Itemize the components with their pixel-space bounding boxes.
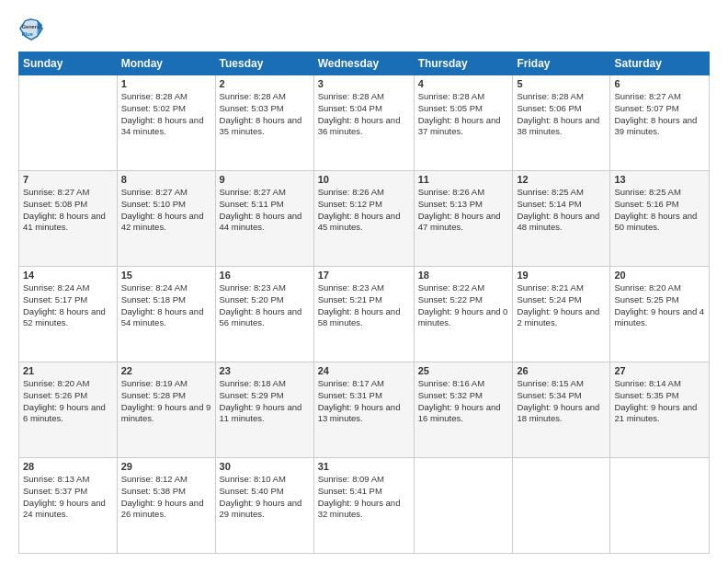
- day-info: Sunrise: 8:21 AM Sunset: 5:24 PM Dayligh…: [517, 282, 606, 329]
- day-number: 24: [318, 365, 410, 376]
- day-info: Sunrise: 8:14 AM Sunset: 5:35 PM Dayligh…: [614, 378, 705, 425]
- calendar-cell: [19, 75, 118, 171]
- day-info: Sunrise: 8:25 AM Sunset: 5:16 PM Dayligh…: [614, 187, 705, 234]
- day-number: 30: [220, 461, 310, 472]
- day-number: 5: [517, 78, 606, 89]
- day-number: 4: [418, 78, 509, 89]
- calendar-cell: 11Sunrise: 8:26 AM Sunset: 5:13 PM Dayli…: [414, 171, 513, 267]
- day-number: 28: [23, 461, 113, 472]
- day-number: 29: [121, 461, 211, 472]
- day-number: 10: [318, 174, 410, 185]
- calendar-cell: 6Sunrise: 8:27 AM Sunset: 5:07 PM Daylig…: [610, 75, 710, 171]
- week-row-4: 21Sunrise: 8:20 AM Sunset: 5:26 PM Dayli…: [19, 362, 710, 458]
- weekday-header-wednesday: Wednesday: [313, 52, 414, 75]
- calendar-cell: [414, 458, 513, 554]
- day-info: Sunrise: 8:28 AM Sunset: 5:03 PM Dayligh…: [220, 91, 310, 138]
- svg-text:Blue: Blue: [22, 31, 33, 37]
- calendar-cell: 14Sunrise: 8:24 AM Sunset: 5:17 PM Dayli…: [19, 267, 118, 362]
- calendar-cell: 13Sunrise: 8:25 AM Sunset: 5:16 PM Dayli…: [610, 171, 710, 267]
- day-number: 26: [517, 365, 606, 376]
- day-info: Sunrise: 8:28 AM Sunset: 5:04 PM Dayligh…: [318, 91, 410, 138]
- day-info: Sunrise: 8:23 AM Sunset: 5:21 PM Dayligh…: [318, 282, 410, 329]
- calendar-cell: 18Sunrise: 8:22 AM Sunset: 5:22 PM Dayli…: [414, 267, 513, 362]
- logo: General Blue: [18, 17, 44, 42]
- day-number: 11: [418, 174, 509, 185]
- day-info: Sunrise: 8:26 AM Sunset: 5:13 PM Dayligh…: [418, 187, 509, 234]
- calendar-cell: 25Sunrise: 8:16 AM Sunset: 5:32 PM Dayli…: [414, 362, 513, 458]
- calendar-cell: 27Sunrise: 8:14 AM Sunset: 5:35 PM Dayli…: [610, 362, 710, 458]
- day-number: 17: [318, 270, 410, 281]
- calendar-cell: 29Sunrise: 8:12 AM Sunset: 5:38 PM Dayli…: [117, 458, 215, 554]
- day-info: Sunrise: 8:27 AM Sunset: 5:07 PM Dayligh…: [614, 91, 705, 138]
- calendar-cell: 16Sunrise: 8:23 AM Sunset: 5:20 PM Dayli…: [215, 267, 313, 362]
- weekday-header-sunday: Sunday: [19, 52, 118, 75]
- calendar-cell: 21Sunrise: 8:20 AM Sunset: 5:26 PM Dayli…: [19, 362, 118, 458]
- calendar-cell: 22Sunrise: 8:19 AM Sunset: 5:28 PM Dayli…: [117, 362, 215, 458]
- day-info: Sunrise: 8:24 AM Sunset: 5:18 PM Dayligh…: [121, 282, 211, 329]
- calendar-cell: 19Sunrise: 8:21 AM Sunset: 5:24 PM Dayli…: [513, 267, 610, 362]
- day-info: Sunrise: 8:16 AM Sunset: 5:32 PM Dayligh…: [418, 378, 509, 425]
- day-number: 19: [517, 270, 606, 281]
- day-number: 21: [23, 365, 113, 376]
- calendar-cell: 12Sunrise: 8:25 AM Sunset: 5:14 PM Dayli…: [513, 171, 610, 267]
- calendar-cell: 9Sunrise: 8:27 AM Sunset: 5:11 PM Daylig…: [215, 171, 313, 267]
- logo-icon: General Blue: [18, 17, 44, 42]
- day-info: Sunrise: 8:20 AM Sunset: 5:25 PM Dayligh…: [614, 282, 705, 329]
- header: General Blue: [18, 17, 710, 42]
- day-info: Sunrise: 8:28 AM Sunset: 5:06 PM Dayligh…: [517, 91, 606, 138]
- calendar-cell: 3Sunrise: 8:28 AM Sunset: 5:04 PM Daylig…: [313, 75, 414, 171]
- day-number: 2: [220, 78, 310, 89]
- day-number: 12: [517, 174, 606, 185]
- day-number: 18: [418, 270, 509, 281]
- calendar-cell: 23Sunrise: 8:18 AM Sunset: 5:29 PM Dayli…: [215, 362, 313, 458]
- page: General Blue SundayMondayTuesdayWednesda…: [0, 0, 728, 563]
- calendar-cell: 8Sunrise: 8:27 AM Sunset: 5:10 PM Daylig…: [117, 171, 215, 267]
- day-info: Sunrise: 8:09 AM Sunset: 5:41 PM Dayligh…: [318, 474, 410, 521]
- calendar-cell: 28Sunrise: 8:13 AM Sunset: 5:37 PM Dayli…: [19, 458, 118, 554]
- calendar-table: SundayMondayTuesdayWednesdayThursdayFrid…: [18, 52, 710, 554]
- calendar-cell: 31Sunrise: 8:09 AM Sunset: 5:41 PM Dayli…: [313, 458, 414, 554]
- calendar-cell: 5Sunrise: 8:28 AM Sunset: 5:06 PM Daylig…: [513, 75, 610, 171]
- calendar-cell: [513, 458, 610, 554]
- day-info: Sunrise: 8:10 AM Sunset: 5:40 PM Dayligh…: [220, 474, 310, 521]
- day-info: Sunrise: 8:17 AM Sunset: 5:31 PM Dayligh…: [318, 378, 410, 425]
- weekday-header-saturday: Saturday: [610, 52, 710, 75]
- weekday-header-thursday: Thursday: [414, 52, 513, 75]
- day-info: Sunrise: 8:19 AM Sunset: 5:28 PM Dayligh…: [121, 378, 211, 425]
- weekday-header-tuesday: Tuesday: [215, 52, 313, 75]
- week-row-3: 14Sunrise: 8:24 AM Sunset: 5:17 PM Dayli…: [19, 267, 710, 362]
- weekday-header-row: SundayMondayTuesdayWednesdayThursdayFrid…: [19, 52, 710, 75]
- day-number: 20: [614, 270, 705, 281]
- day-info: Sunrise: 8:28 AM Sunset: 5:05 PM Dayligh…: [418, 91, 509, 138]
- day-info: Sunrise: 8:28 AM Sunset: 5:02 PM Dayligh…: [121, 91, 211, 138]
- weekday-header-monday: Monday: [117, 52, 215, 75]
- day-number: 13: [614, 174, 705, 185]
- day-number: 22: [121, 365, 211, 376]
- calendar-cell: 4Sunrise: 8:28 AM Sunset: 5:05 PM Daylig…: [414, 75, 513, 171]
- day-number: 16: [220, 270, 310, 281]
- calendar-cell: 20Sunrise: 8:20 AM Sunset: 5:25 PM Dayli…: [610, 267, 710, 362]
- calendar-cell: 30Sunrise: 8:10 AM Sunset: 5:40 PM Dayli…: [215, 458, 313, 554]
- calendar-cell: [610, 458, 710, 554]
- day-info: Sunrise: 8:27 AM Sunset: 5:08 PM Dayligh…: [23, 187, 113, 234]
- day-info: Sunrise: 8:27 AM Sunset: 5:11 PM Dayligh…: [220, 187, 310, 234]
- day-info: Sunrise: 8:24 AM Sunset: 5:17 PM Dayligh…: [23, 282, 113, 329]
- calendar-cell: 17Sunrise: 8:23 AM Sunset: 5:21 PM Dayli…: [313, 267, 414, 362]
- day-number: 27: [614, 365, 705, 376]
- week-row-5: 28Sunrise: 8:13 AM Sunset: 5:37 PM Dayli…: [19, 458, 710, 554]
- day-number: 8: [121, 174, 211, 185]
- calendar-cell: 10Sunrise: 8:26 AM Sunset: 5:12 PM Dayli…: [313, 171, 414, 267]
- day-info: Sunrise: 8:13 AM Sunset: 5:37 PM Dayligh…: [23, 474, 113, 521]
- day-info: Sunrise: 8:27 AM Sunset: 5:10 PM Dayligh…: [121, 187, 211, 234]
- day-info: Sunrise: 8:18 AM Sunset: 5:29 PM Dayligh…: [220, 378, 310, 425]
- day-info: Sunrise: 8:23 AM Sunset: 5:20 PM Dayligh…: [220, 282, 310, 329]
- day-number: 9: [220, 174, 310, 185]
- day-number: 1: [121, 78, 211, 89]
- calendar-cell: 7Sunrise: 8:27 AM Sunset: 5:08 PM Daylig…: [19, 171, 118, 267]
- day-number: 31: [318, 461, 410, 472]
- day-info: Sunrise: 8:22 AM Sunset: 5:22 PM Dayligh…: [418, 282, 509, 329]
- calendar-cell: 24Sunrise: 8:17 AM Sunset: 5:31 PM Dayli…: [313, 362, 414, 458]
- day-info: Sunrise: 8:15 AM Sunset: 5:34 PM Dayligh…: [517, 378, 606, 425]
- day-info: Sunrise: 8:26 AM Sunset: 5:12 PM Dayligh…: [318, 187, 410, 234]
- weekday-header-friday: Friday: [513, 52, 610, 75]
